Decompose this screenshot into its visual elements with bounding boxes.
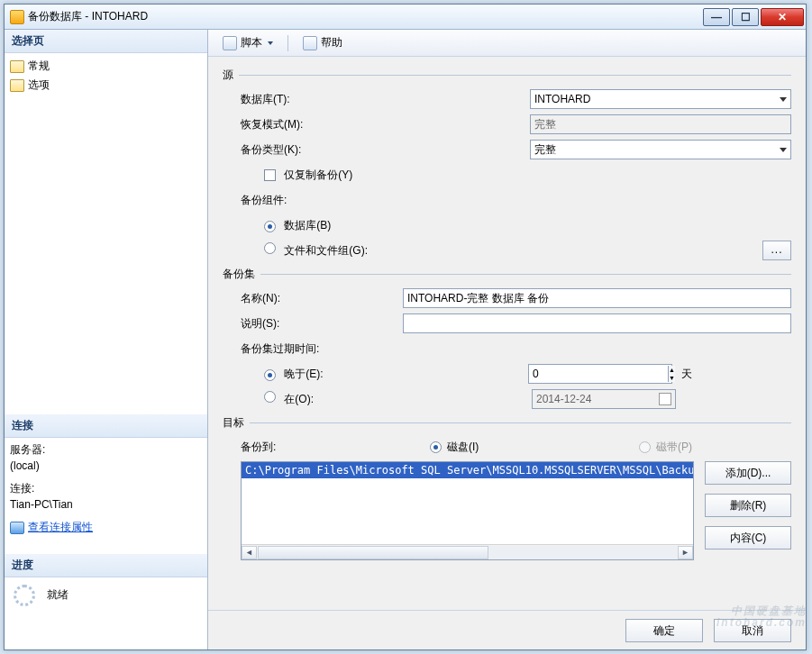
filegroup-browse-button[interactable]: ... <box>762 241 791 260</box>
progress-spinner-icon <box>14 585 35 606</box>
chevron-down-icon <box>268 41 273 45</box>
server-value: (local) <box>10 459 202 473</box>
component-filegroup-radio[interactable] <box>264 242 276 254</box>
tape-radio <box>639 441 651 453</box>
expire-days-unit: 天 <box>681 367 692 382</box>
titlebar: 备份数据库 - INTOHARD — ☐ ✕ <box>5 5 806 30</box>
connection-value: Tian-PC\Tian <box>10 497 202 512</box>
sidebar: 选择页 常规 选项 连接 服务器: (local) 连接: Tian-PC\Ti… <box>5 30 208 649</box>
script-label: 脚本 <box>241 35 262 50</box>
add-button[interactable]: 添加(D)... <box>705 461 791 485</box>
script-button[interactable]: 脚本 <box>217 33 278 52</box>
name-input[interactable] <box>403 288 791 308</box>
cancel-button[interactable]: 取消 <box>714 619 791 642</box>
progress-header: 进度 <box>5 554 207 577</box>
component-label: 备份组件: <box>241 193 403 208</box>
expire-label: 备份集过期时间: <box>241 341 403 357</box>
calendar-icon <box>659 393 671 405</box>
scroll-left-icon[interactable]: ◄ <box>242 546 257 559</box>
database-select[interactable]: INTOHARD <box>530 89 791 109</box>
contents-button[interactable]: 内容(C) <box>705 526 791 550</box>
backup-type-label: 备份类型(K): <box>241 142 403 158</box>
expire-days-value[interactable] <box>533 368 668 380</box>
connection-icon <box>10 522 24 534</box>
remove-button[interactable]: 删除(R) <box>705 494 791 517</box>
nav-list: 常规 选项 <box>5 53 207 98</box>
script-icon <box>223 36 237 50</box>
recovery-value: 完整 <box>534 117 556 132</box>
copy-only-label: 仅复制备份(Y) <box>284 168 352 181</box>
toolbar: 脚本 帮助 <box>208 30 806 57</box>
component-database-label: 数据库(B) <box>284 219 331 232</box>
help-button[interactable]: 帮助 <box>297 33 348 52</box>
app-icon <box>10 10 24 24</box>
recovery-label: 恢复模式(M): <box>241 117 403 132</box>
toolbar-separator <box>287 35 288 51</box>
group-destination: 目标 备份到: 磁盘(I) 磁带(P) C:\Program Files\ <box>223 415 791 560</box>
connection-label: 连接: <box>10 480 202 497</box>
main-panel: 脚本 帮助 源 数据库(T): INTOHARD <box>208 30 806 649</box>
backup-to-label: 备份到: <box>241 440 403 455</box>
backup-set-header: 备份集 <box>223 267 260 282</box>
component-database-radio[interactable] <box>264 221 276 232</box>
database-label: 数据库(T): <box>241 92 403 107</box>
maximize-button[interactable]: ☐ <box>732 8 759 26</box>
group-backup-set: 备份集 名称(N): 说明(S): 备份集过期时间: <box>223 267 791 410</box>
ok-button[interactable]: 确定 <box>625 619 703 642</box>
nav-label: 选项 <box>28 77 50 93</box>
component-filegroup-label: 文件和文件组(G): <box>284 244 368 257</box>
destination-list[interactable]: C:\Program Files\Microsoft SQL Server\MS… <box>241 461 694 560</box>
disk-radio[interactable] <box>430 441 442 453</box>
help-label: 帮助 <box>321 35 342 50</box>
horizontal-scrollbar[interactable]: ◄ ► <box>242 544 693 559</box>
disk-label: 磁盘(I) <box>447 440 479 455</box>
group-source: 源 数据库(T): INTOHARD 恢复模式(M): 完整 <box>223 68 791 261</box>
view-connection-properties[interactable]: 查看连接属性 <box>10 519 202 536</box>
description-label: 说明(S): <box>241 316 403 332</box>
dialog-window: 备份数据库 - INTOHARD — ☐ ✕ 选择页 常规 选项 连接 服务器:… <box>4 4 807 650</box>
expire-on-value: 2014-12-24 <box>536 393 591 405</box>
page-icon <box>10 79 24 92</box>
description-input[interactable] <box>403 313 791 333</box>
nav-options[interactable]: 选项 <box>10 76 202 95</box>
window-title: 备份数据库 - INTOHARD <box>28 9 701 24</box>
progress-panel: 就绪 <box>5 577 207 613</box>
server-label: 服务器: <box>10 441 202 459</box>
form-area: 源 数据库(T): INTOHARD 恢复模式(M): 完整 <box>208 57 806 610</box>
tape-label: 磁带(P) <box>656 440 692 455</box>
nav-label: 常规 <box>28 59 50 74</box>
copy-only-checkbox[interactable] <box>264 169 276 181</box>
nav-general[interactable]: 常规 <box>10 57 202 76</box>
destination-header: 目标 <box>223 415 250 431</box>
connection-panel: 服务器: (local) 连接: Tian-PC\Tian 查看连接属性 <box>5 438 207 540</box>
minimize-button[interactable]: — <box>703 8 730 26</box>
expire-on-label: 在(O): <box>284 393 314 405</box>
destination-item[interactable]: C:\Program Files\Microsoft SQL Server\MS… <box>242 462 693 478</box>
scroll-right-icon[interactable]: ► <box>678 546 693 559</box>
expire-after-label: 晚于(E): <box>284 368 323 380</box>
chevron-down-icon <box>780 148 787 152</box>
select-page-header: 选择页 <box>5 30 207 53</box>
spin-down-icon[interactable]: ▼ <box>668 374 675 382</box>
source-header: 源 <box>223 68 239 83</box>
dialog-footer: 确定 取消 <box>208 610 806 649</box>
progress-status: 就绪 <box>47 588 68 601</box>
scroll-thumb[interactable] <box>258 546 488 559</box>
dialog-body: 选择页 常规 选项 连接 服务器: (local) 连接: Tian-PC\Ti… <box>5 30 806 649</box>
backup-type-value: 完整 <box>534 142 556 158</box>
database-value: INTOHARD <box>534 93 590 105</box>
expire-on-date: 2014-12-24 <box>532 389 676 409</box>
chevron-down-icon <box>780 97 787 102</box>
page-icon <box>10 60 24 73</box>
backup-type-select[interactable]: 完整 <box>530 140 791 159</box>
close-button[interactable]: ✕ <box>761 8 804 26</box>
copy-only-row: 仅复制备份(Y) <box>241 168 403 183</box>
name-label: 名称(N): <box>241 291 403 306</box>
expire-days-spinner[interactable]: ▲▼ <box>528 364 672 384</box>
scroll-track[interactable] <box>258 546 677 559</box>
window-buttons: — ☐ ✕ <box>701 8 804 26</box>
connection-header: 连接 <box>5 414 207 438</box>
expire-on-radio[interactable] <box>264 391 276 403</box>
spin-up-icon[interactable]: ▲ <box>668 366 675 374</box>
expire-after-radio[interactable] <box>264 369 276 381</box>
